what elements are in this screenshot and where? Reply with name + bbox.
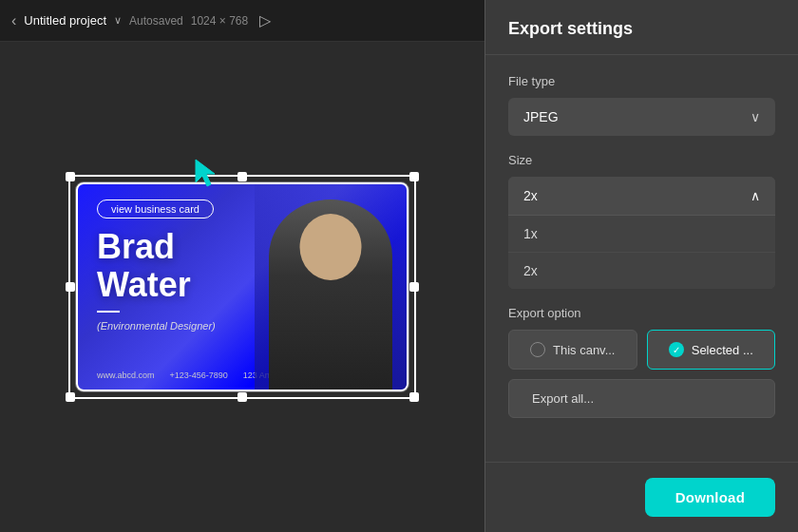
size-dropdown-header[interactable]: 2x ∧ bbox=[508, 177, 775, 215]
nav-controls[interactable]: ‹ bbox=[11, 12, 16, 29]
card-wrapper: view business card Brad Water (Environme… bbox=[76, 182, 408, 391]
panel-footer: Download bbox=[485, 462, 798, 532]
back-chevron[interactable]: ‹ bbox=[11, 12, 16, 29]
file-type-dropdown[interactable]: JPEG ∨ bbox=[508, 98, 775, 136]
website-info: www.abcd.com bbox=[97, 370, 155, 380]
project-title[interactable]: Untitled project bbox=[24, 13, 106, 28]
person-head bbox=[300, 214, 362, 280]
phone-info: +123-456-7890 bbox=[170, 370, 228, 380]
handle-bl[interactable] bbox=[66, 392, 75, 402]
download-button[interactable]: Download bbox=[645, 478, 775, 517]
autosaved-label: Autosaved bbox=[129, 14, 183, 28]
panel-header: Export settings bbox=[485, 0, 798, 55]
view-business-card-btn[interactable]: view business card bbox=[97, 200, 214, 218]
canvas-area: ‹ Untitled project ∨ Autosaved 1024 × 76… bbox=[0, 0, 484, 532]
size-label: Size bbox=[508, 153, 775, 167]
file-type-chevron-icon: ∨ bbox=[750, 109, 760, 124]
size-option-2x[interactable]: 2x bbox=[508, 253, 775, 289]
export-option-label: Export option bbox=[508, 306, 775, 320]
name-divider bbox=[97, 311, 120, 313]
size-chevron-icon: ∧ bbox=[750, 188, 760, 203]
export-options-grid: This canv... ✓ Selected ... bbox=[508, 330, 775, 370]
top-bar: ‹ Untitled project ∨ Autosaved 1024 × 76… bbox=[0, 0, 484, 42]
handle-mr[interactable] bbox=[409, 282, 419, 292]
handle-tr[interactable] bbox=[409, 172, 419, 181]
export-all-label: Export all... bbox=[532, 391, 594, 406]
handle-tm[interactable] bbox=[238, 172, 247, 181]
selected-option[interactable]: ✓ Selected ... bbox=[647, 330, 776, 370]
size-option-1x[interactable]: 1x bbox=[508, 216, 775, 253]
size-value: 2x bbox=[523, 188, 538, 203]
handle-ml[interactable] bbox=[66, 282, 75, 292]
business-card[interactable]: view business card Brad Water (Environme… bbox=[76, 182, 408, 391]
export-all-option[interactable]: Export all... bbox=[508, 379, 775, 418]
selected-label: Selected ... bbox=[692, 343, 753, 357]
size-dropdown[interactable]: 2x ∧ 1x 2x bbox=[508, 177, 775, 289]
this-canvas-label: This canv... bbox=[553, 343, 616, 357]
handle-br[interactable] bbox=[409, 392, 419, 402]
this-canvas-option[interactable]: This canv... bbox=[508, 330, 637, 370]
panel-content: File type JPEG ∨ Size 2x ∧ 1x 2x Export … bbox=[485, 55, 798, 462]
canvas-workspace: view business card Brad Water (Environme… bbox=[0, 42, 484, 532]
export-option-section: Export option This canv... ✓ Selected ..… bbox=[508, 306, 775, 418]
size-options-list: 1x 2x bbox=[508, 215, 775, 289]
this-canvas-circle bbox=[530, 342, 545, 357]
selected-check-icon: ✓ bbox=[669, 342, 684, 357]
panel-title: Export settings bbox=[508, 19, 775, 39]
resolution-label: 1024 × 768 bbox=[191, 14, 248, 28]
file-type-value: JPEG bbox=[523, 109, 559, 124]
person-photo bbox=[255, 184, 407, 390]
play-icon[interactable]: ▷ bbox=[259, 11, 271, 29]
handle-bm[interactable] bbox=[238, 392, 247, 402]
export-panel: Export settings File type JPEG ∨ Size 2x… bbox=[484, 0, 798, 532]
file-type-label: File type bbox=[508, 74, 775, 88]
person-silhouette bbox=[269, 200, 392, 390]
project-dropdown-icon[interactable]: ∨ bbox=[114, 14, 122, 27]
handle-tl[interactable] bbox=[66, 172, 75, 181]
